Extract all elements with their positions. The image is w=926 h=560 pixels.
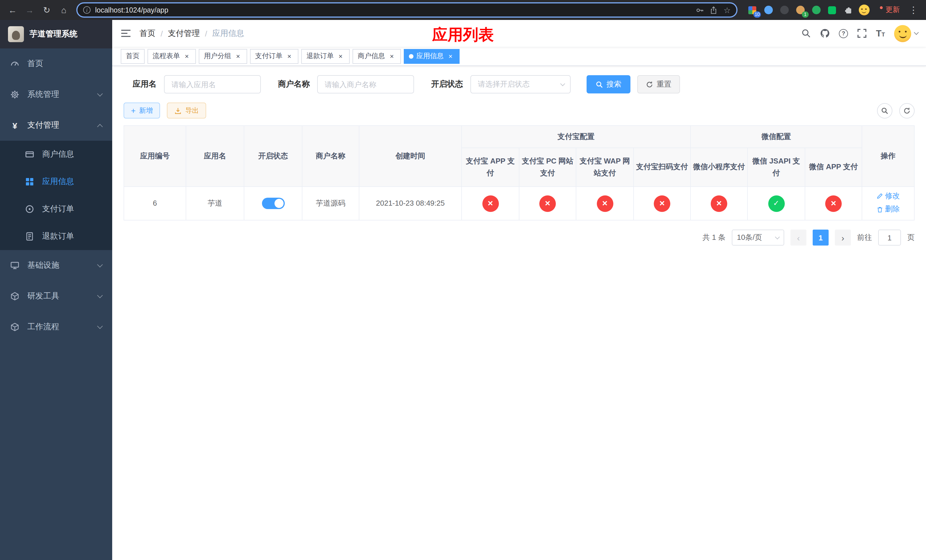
search-button[interactable]: 搜索 xyxy=(587,75,631,94)
extension-profile-icon[interactable]: 1 xyxy=(794,4,806,16)
page-size-select[interactable]: 10条/页 xyxy=(732,230,784,246)
reload-icon xyxy=(43,5,50,15)
sidebar-item-home[interactable]: 首页 xyxy=(0,48,112,79)
order-icon xyxy=(25,204,34,213)
close-tab-icon[interactable] xyxy=(388,52,396,60)
extension-green-circle-icon[interactable] xyxy=(810,4,822,16)
sidebar-item-system[interactable]: 系统管理 xyxy=(0,79,112,110)
export-button-label: 导出 xyxy=(185,106,199,115)
delete-link[interactable]: 删除 xyxy=(876,203,900,215)
cube-icon xyxy=(10,292,20,301)
close-tab-icon[interactable] xyxy=(285,52,293,60)
reset-button[interactable]: 重置 xyxy=(637,75,680,94)
sidebar-item-payment-orders[interactable]: 支付订单 xyxy=(0,195,112,223)
browser-reload-button[interactable] xyxy=(39,2,54,18)
trash-icon xyxy=(876,206,883,213)
column-group-wechat: 微信配置 xyxy=(690,126,862,148)
avatar-face-icon xyxy=(858,5,869,15)
user-avatar[interactable] xyxy=(894,25,918,42)
tab-payment-orders[interactable]: 支付订单 xyxy=(250,49,298,64)
browser-update-button[interactable]: 更新 xyxy=(875,5,904,15)
search-icon xyxy=(881,107,888,114)
browser-home-button[interactable] xyxy=(56,2,72,18)
tab-merchant-info[interactable]: 商户信息 xyxy=(353,49,401,64)
delete-link-label: 删除 xyxy=(885,203,900,215)
browser-forward-button[interactable] xyxy=(22,2,38,18)
table-toolbar: 新增 导出 xyxy=(124,103,915,118)
browser-avatar[interactable] xyxy=(858,4,870,16)
app-name-input[interactable] xyxy=(164,75,261,94)
sidebar-item-infrastructure[interactable]: 基础设施 xyxy=(0,250,112,281)
profile-count-badge: 1 xyxy=(802,11,809,17)
tab-refund-orders[interactable]: 退款订单 xyxy=(301,49,350,64)
extension-grid-icon[interactable]: 10 xyxy=(747,4,758,16)
site-info-icon[interactable] xyxy=(83,6,91,14)
app-title: 芋道管理系统 xyxy=(30,29,77,39)
chevron-down-icon xyxy=(97,262,103,267)
extension-dark-icon[interactable] xyxy=(779,4,790,16)
tab-home[interactable]: 首页 xyxy=(121,49,145,64)
refresh-icon xyxy=(903,107,911,114)
tab-label: 应用信息 xyxy=(416,51,443,61)
search-icon xyxy=(596,80,603,88)
close-tab-icon[interactable] xyxy=(234,52,242,60)
sidebar-item-label: 应用信息 xyxy=(42,177,74,187)
browser-back-button[interactable] xyxy=(5,2,21,18)
next-page-button[interactable] xyxy=(835,230,851,246)
password-key-icon[interactable] xyxy=(696,6,704,14)
status-select[interactable]: 请选择开启状态 xyxy=(471,75,570,94)
sidebar-item-app-info[interactable]: 应用信息 xyxy=(0,168,112,195)
status-toggle[interactable] xyxy=(262,198,284,209)
current-page[interactable]: 1 xyxy=(813,230,829,246)
github-icon[interactable] xyxy=(820,29,830,38)
tab-label: 首页 xyxy=(126,51,139,61)
close-tab-icon[interactable] xyxy=(446,52,454,60)
user-avatar-face xyxy=(894,25,911,42)
close-tab-icon[interactable] xyxy=(337,52,345,60)
table-row: 6 芋道 芋道源码 2021-10-23 08:49:25 xyxy=(124,186,914,221)
sidebar-item-refund-orders[interactable]: 退款订单 xyxy=(0,223,112,250)
prev-page-button[interactable] xyxy=(790,230,806,246)
tab-user-group[interactable]: 用户分组 xyxy=(199,49,247,64)
bookmark-star-icon[interactable] xyxy=(723,5,731,15)
close-tab-icon[interactable] xyxy=(183,52,191,60)
sidebar-toggle-button[interactable] xyxy=(112,20,139,47)
extension-chat-icon[interactable] xyxy=(826,4,838,16)
address-bar[interactable]: localhost:1024/pay/app xyxy=(76,2,737,18)
breadcrumb-payment[interactable]: 支付管理 xyxy=(168,28,200,38)
sidebar-logo[interactable]: 芋道管理系统 xyxy=(0,20,112,48)
table-header-row: 应用编号 应用名 开启状态 商户名称 创建时间 支付宝配置 微信配置 操作 xyxy=(124,126,914,148)
goto-page-input[interactable] xyxy=(878,230,901,246)
extensions-puzzle-icon[interactable] xyxy=(842,4,854,16)
tab-app-info[interactable]: 应用信息 xyxy=(404,49,460,64)
cube-icon xyxy=(10,322,20,331)
caret-down-icon xyxy=(914,30,919,35)
sidebar-item-payment[interactable]: 支付管理 xyxy=(0,110,112,141)
search-toggle-button[interactable] xyxy=(877,103,893,118)
sidebar-item-workflow[interactable]: 工作流程 xyxy=(0,312,112,342)
add-button[interactable]: 新增 xyxy=(124,103,160,118)
edit-link[interactable]: 修改 xyxy=(876,190,900,202)
status-indicator xyxy=(654,195,670,212)
help-icon[interactable] xyxy=(839,29,848,38)
fullscreen-icon[interactable] xyxy=(857,29,867,38)
cell-alipay-pc xyxy=(519,186,576,221)
column-header-created: 创建时间 xyxy=(359,126,461,186)
column-header-alipay-pc: 支付宝 PC 网站支付 xyxy=(519,148,576,186)
search-icon[interactable] xyxy=(801,29,811,38)
sidebar-item-dev-tools[interactable]: 研发工具 xyxy=(0,281,112,312)
font-size-icon[interactable] xyxy=(876,28,885,38)
export-button[interactable]: 导出 xyxy=(167,103,206,118)
chevron-down-icon xyxy=(775,235,780,239)
sidebar-item-merchant-info[interactable]: 商户信息 xyxy=(0,141,112,168)
merchant-name-input[interactable] xyxy=(317,75,414,94)
cell-created: 2021-10-23 08:49:25 xyxy=(359,186,461,221)
extension-drop-icon[interactable] xyxy=(763,4,774,16)
share-icon[interactable] xyxy=(710,6,718,14)
yen-icon xyxy=(10,121,20,130)
breadcrumb-home[interactable]: 首页 xyxy=(139,28,156,38)
tab-label: 流程表单 xyxy=(153,51,180,61)
tab-process-form[interactable]: 流程表单 xyxy=(147,49,196,64)
browser-menu-button[interactable] xyxy=(905,2,921,18)
refresh-button[interactable] xyxy=(899,103,915,118)
